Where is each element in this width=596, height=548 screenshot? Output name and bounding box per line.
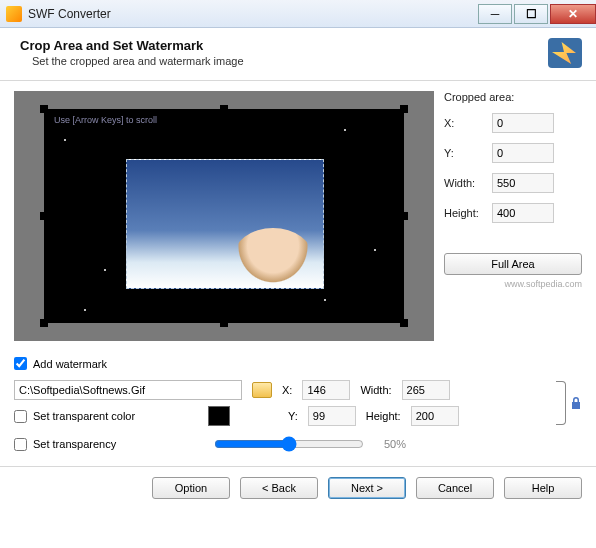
lock-icon[interactable] <box>570 396 582 410</box>
page-subtitle: Set the cropped area and watermark image <box>32 55 548 67</box>
minimize-button[interactable]: ─ <box>478 4 512 24</box>
crop-handle-mr[interactable] <box>400 212 408 220</box>
wm-w-field[interactable] <box>402 380 450 400</box>
crop-area-label: Cropped area: <box>444 91 582 103</box>
wm-x-label: X: <box>282 384 292 396</box>
wm-y-label: Y: <box>288 410 298 422</box>
browse-folder-icon[interactable] <box>252 382 272 398</box>
transparent-color-label: Set transparent color <box>33 410 135 422</box>
wm-y-field[interactable] <box>308 406 356 426</box>
wizard-header: Crop Area and Set Watermark Set the crop… <box>0 28 596 81</box>
page-title: Crop Area and Set Watermark <box>20 38 548 53</box>
option-button[interactable]: Option <box>152 477 230 499</box>
add-watermark-checkbox[interactable] <box>14 357 27 370</box>
cancel-button[interactable]: Cancel <box>416 477 494 499</box>
app-icon <box>6 6 22 22</box>
crop-w-label: Width: <box>444 177 492 189</box>
watermark-panel: Add watermark X: Width: Set transparent … <box>0 349 596 466</box>
crop-handle-ml[interactable] <box>40 212 48 220</box>
crop-y-field[interactable] <box>492 143 554 163</box>
app-logo-icon <box>548 38 582 68</box>
crop-handle-bl[interactable] <box>40 319 48 327</box>
close-button[interactable]: ✕ <box>550 4 596 24</box>
help-button[interactable]: Help <box>504 477 582 499</box>
wm-h-field[interactable] <box>411 406 459 426</box>
full-area-button[interactable]: Full Area <box>444 253 582 275</box>
crop-x-label: X: <box>444 117 492 129</box>
crop-y-label: Y: <box>444 147 492 159</box>
crop-panel: Cropped area: X: Y: Width: Height: Full … <box>444 91 582 341</box>
crop-handle-br[interactable] <box>400 319 408 327</box>
transparent-color-row[interactable]: Set transparent color <box>14 410 194 423</box>
site-watermark-text: www.softpedia.com <box>444 279 582 289</box>
aspect-bracket <box>556 381 566 425</box>
titlebar: SWF Converter ─ ☐ ✕ <box>0 0 596 28</box>
transparency-label: Set transparency <box>33 438 116 450</box>
add-watermark-row[interactable]: Add watermark <box>14 357 582 370</box>
transparency-checkbox[interactable] <box>14 438 27 451</box>
transparent-color-swatch[interactable] <box>208 406 230 426</box>
back-button[interactable]: < Back <box>240 477 318 499</box>
preview-content <box>233 228 313 288</box>
next-button[interactable]: Next > <box>328 477 406 499</box>
crop-selection[interactable] <box>126 159 324 289</box>
wm-w-label: Width: <box>360 384 391 396</box>
crop-h-label: Height: <box>444 207 492 219</box>
crop-handle-tr[interactable] <box>400 105 408 113</box>
wizard-footer: Option < Back Next > Cancel Help <box>0 466 596 509</box>
crop-w-field[interactable] <box>492 173 554 193</box>
watermark-path-field[interactable] <box>14 380 242 400</box>
crop-preview[interactable]: Use [Arrow Keys] to scroll <box>14 91 434 341</box>
transparency-slider[interactable] <box>214 436 364 452</box>
crop-h-field[interactable] <box>492 203 554 223</box>
transparency-value: 50% <box>384 438 424 450</box>
wm-x-field[interactable] <box>302 380 350 400</box>
crop-handle-tc[interactable] <box>220 105 228 113</box>
transparency-row[interactable]: Set transparency <box>14 438 194 451</box>
crop-x-field[interactable] <box>492 113 554 133</box>
crop-handle-tl[interactable] <box>40 105 48 113</box>
crop-handle-bc[interactable] <box>220 319 228 327</box>
transparent-color-checkbox[interactable] <box>14 410 27 423</box>
maximize-button[interactable]: ☐ <box>514 4 548 24</box>
video-stage[interactable]: Use [Arrow Keys] to scroll <box>44 109 404 323</box>
window-title: SWF Converter <box>28 7 476 21</box>
add-watermark-label: Add watermark <box>33 358 107 370</box>
wm-h-label: Height: <box>366 410 401 422</box>
scroll-hint: Use [Arrow Keys] to scroll <box>54 115 157 125</box>
